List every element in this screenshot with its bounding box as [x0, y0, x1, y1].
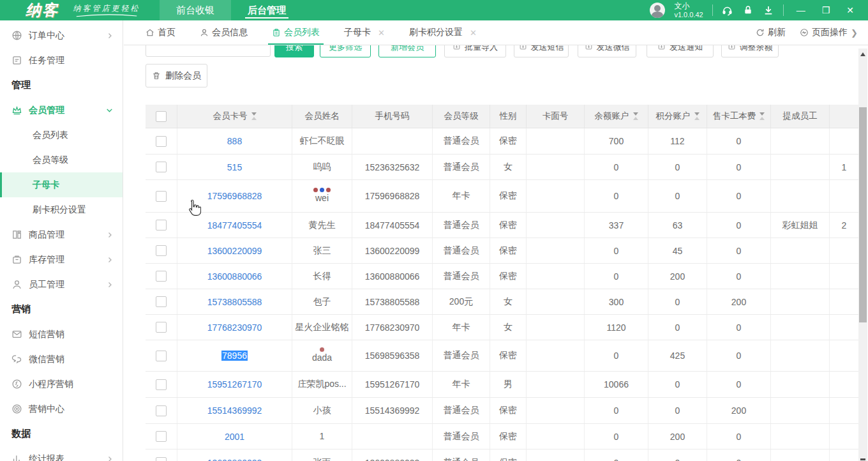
sidebar-item[interactable]: 库存管理: [0, 247, 123, 272]
toolbar-button-调整余额[interactable]: 调整余额: [721, 45, 779, 57]
table-row: 18477405554黄先生18477405554普通会员保密337630彩虹姐…: [146, 213, 858, 238]
toolbar-button-更多筛选[interactable]: 更多筛选: [320, 45, 371, 57]
table-cell: 15951267170: [352, 372, 433, 397]
member-card-link[interactable]: 13600880066: [207, 271, 262, 282]
nav-back-admin[interactable]: 后台管理: [231, 0, 303, 20]
page-operations-button[interactable]: 页面操作 ❯: [800, 27, 858, 38]
member-card-link[interactable]: 15951267170: [207, 379, 262, 389]
table-cell: 普通会员: [433, 450, 490, 461]
import-icon: [519, 45, 527, 52]
column-header[interactable]: 积分账户: [648, 105, 707, 128]
column-header[interactable]: 余额账户: [585, 105, 648, 128]
sidebar-item[interactable]: 订单中心: [0, 23, 123, 48]
minimize-button[interactable]: —: [797, 5, 805, 15]
table-cell: 200: [648, 424, 707, 449]
app-window: 纳客 纳客管店更轻松 前台收银 后台管理 文小 v1.0.0.42 — ❒: [0, 0, 868, 461]
sidebar-item[interactable]: 营销中心: [0, 397, 123, 421]
close-tab-icon[interactable]: ✕: [470, 28, 477, 38]
tab-会员信息[interactable]: 会员信息: [200, 20, 248, 45]
toolbar-button-搜索[interactable]: 搜索: [274, 45, 314, 57]
member-card-link[interactable]: 17768230970: [207, 322, 262, 333]
member-card-link[interactable]: 17596968828: [207, 191, 262, 201]
sidebar-item[interactable]: 短信营销: [0, 322, 123, 347]
toolbar-button-批量导入[interactable]: 批量导入: [444, 45, 506, 57]
nav-front-cashier[interactable]: 前台收银: [160, 0, 231, 20]
tab-子母卡[interactable]: 子母卡✕: [344, 20, 385, 45]
customer-service-icon[interactable]: [722, 4, 733, 16]
chevron-right-icon: [106, 281, 114, 289]
download-icon[interactable]: [763, 4, 774, 16]
sort-icon[interactable]: [760, 112, 765, 120]
vertical-scrollbar[interactable]: [858, 49, 867, 461]
row-checkbox[interactable]: [156, 271, 167, 282]
user-avatar[interactable]: [650, 3, 665, 18]
toolbar-button-发送微信[interactable]: 发送微信: [578, 45, 636, 57]
sort-icon[interactable]: [633, 112, 638, 120]
column-header[interactable]: 售卡工本费: [707, 105, 771, 128]
sort-icon[interactable]: [251, 112, 257, 120]
table-cell: 15738805588: [352, 289, 433, 314]
toolbar-button-发送短信[interactable]: 发送短信: [514, 45, 569, 57]
sidebar-subitem[interactable]: 子母卡: [0, 172, 123, 197]
toolbar-button-新增会员[interactable]: 新增会员: [378, 45, 436, 57]
table-cell: [830, 372, 858, 397]
tab-刷卡积分设置[interactable]: 刷卡积分设置✕: [409, 20, 477, 45]
scroll-up-arrow-icon[interactable]: [860, 52, 865, 56]
sidebar-subitem[interactable]: 会员列表: [0, 123, 123, 147]
member-card-link[interactable]: 15738805588: [207, 297, 262, 307]
sidebar-item[interactable]: 商品管理: [0, 222, 123, 247]
row-checkbox[interactable]: [156, 431, 167, 442]
toolbar-button-发送通知[interactable]: 发送通知: [647, 45, 714, 57]
sidebar-item[interactable]: 任务管理: [0, 48, 123, 73]
sidebar-item[interactable]: 会员管理: [0, 98, 123, 123]
member-card-link[interactable]: 18477405554: [207, 220, 262, 230]
member-card-link[interactable]: 13600220099: [207, 246, 262, 256]
column-header[interactable]: 会员卡号: [177, 105, 292, 128]
member-card-link[interactable]: 78956: [221, 351, 248, 361]
sidebar: 订单中心任务管理管理会员管理会员列表会员等级子母卡刷卡积分设置商品管理库存管理员…: [0, 20, 123, 461]
row-checkbox[interactable]: [156, 220, 167, 230]
member-name-cell: 小孩: [292, 398, 352, 423]
row-checkbox[interactable]: [156, 379, 167, 390]
column-header: [146, 105, 177, 128]
search-input[interactable]: [146, 45, 271, 57]
sidebar-subitem[interactable]: 刷卡积分设置: [0, 197, 123, 222]
member-card-link[interactable]: 13600880033: [207, 458, 262, 461]
list-icon: [272, 28, 281, 37]
sidebar-item[interactable]: 小程序营销: [0, 372, 123, 397]
row-checkbox[interactable]: [156, 351, 167, 361]
sort-icon[interactable]: [694, 112, 700, 120]
sidebar-subitem[interactable]: 会员等级: [0, 147, 123, 172]
table-cell: [527, 264, 585, 289]
row-checkbox[interactable]: [156, 162, 167, 172]
sidebar-item[interactable]: 统计报表: [0, 446, 123, 461]
refresh-button[interactable]: 刷新: [756, 27, 786, 38]
table-row: 13600220099张三13600220099普通会员保密0450: [146, 238, 858, 264]
table-cell: 0: [585, 340, 648, 371]
scrollbar-thumb[interactable]: [859, 107, 867, 322]
scroll-down-arrow-icon[interactable]: [860, 458, 865, 460]
member-card-link[interactable]: 15514369992: [207, 405, 262, 416]
row-checkbox[interactable]: [156, 191, 167, 202]
delete-member-button[interactable]: 删除会员: [146, 64, 207, 87]
lock-icon[interactable]: [742, 4, 754, 16]
column-header: 会员等级: [433, 105, 490, 128]
row-checkbox[interactable]: [156, 296, 167, 307]
close-tab-icon[interactable]: ✕: [378, 28, 385, 38]
select-all-checkbox[interactable]: [156, 111, 167, 122]
maximize-button[interactable]: ❒: [822, 5, 830, 15]
member-card-link[interactable]: 2001: [225, 432, 244, 442]
row-checkbox[interactable]: [156, 405, 167, 416]
member-name-cell: 虾仁不眨眼: [292, 128, 352, 154]
row-checkbox[interactable]: [156, 245, 167, 256]
member-card-link[interactable]: 515: [227, 162, 242, 172]
sidebar-item[interactable]: 微信营销: [0, 347, 123, 372]
row-checkbox[interactable]: [156, 136, 167, 147]
row-checkbox[interactable]: [156, 457, 167, 461]
tab-首页[interactable]: 首页: [146, 20, 176, 45]
row-checkbox[interactable]: [156, 322, 167, 333]
member-card-link[interactable]: 888: [227, 136, 242, 146]
close-button[interactable]: ✕: [846, 5, 854, 15]
sidebar-item[interactable]: 员工管理: [0, 272, 123, 297]
tab-会员列表[interactable]: 会员列表: [272, 20, 320, 45]
